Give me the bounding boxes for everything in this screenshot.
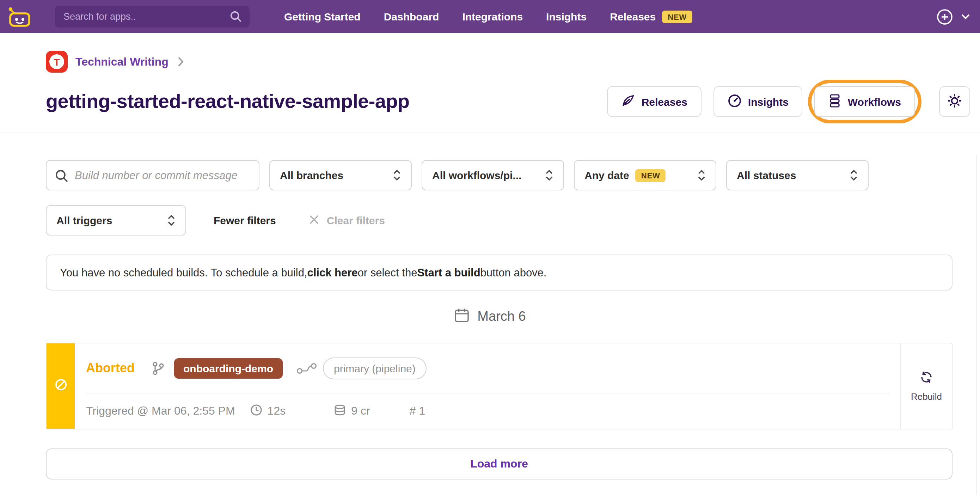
bitrise-logo[interactable] bbox=[6, 5, 33, 29]
releases-button-label: Releases bbox=[641, 95, 687, 108]
notice-text: or select the bbox=[358, 266, 417, 279]
notice-start-build-ref: Start a build bbox=[417, 266, 480, 279]
updown-chevrons-icon bbox=[393, 169, 401, 182]
rebuild-icon bbox=[920, 371, 933, 386]
updown-chevrons-icon bbox=[697, 169, 706, 182]
build-row[interactable]: Aborted onboarding-demo bbox=[46, 343, 953, 430]
date-separator-label: March 6 bbox=[477, 309, 526, 325]
nav-getting-started[interactable]: Getting Started bbox=[284, 11, 361, 22]
workspace-initial: T bbox=[49, 54, 64, 69]
close-icon bbox=[309, 214, 320, 227]
build-meta-row: Triggered @ Mar 06, 2:55 PM 12s bbox=[86, 393, 900, 429]
gauge-icon bbox=[728, 94, 742, 110]
notice-text: You have no scheduled builds. To schedul… bbox=[60, 266, 307, 279]
pipeline-icon bbox=[296, 362, 317, 374]
quill-icon bbox=[621, 94, 635, 110]
fewer-filters-button[interactable]: Fewer filters bbox=[214, 214, 276, 226]
breadcrumb-workspace-link[interactable]: Technical Writing bbox=[75, 55, 169, 68]
build-search bbox=[46, 160, 259, 190]
aborted-icon bbox=[54, 378, 67, 394]
scheduled-builds-notice: You have no scheduled builds. To schedul… bbox=[46, 255, 953, 291]
branches-filter-label: All branches bbox=[280, 169, 344, 181]
notice-text: button above. bbox=[480, 266, 547, 279]
notice-click-here-link[interactable]: click here bbox=[307, 266, 358, 279]
app-header: T Technical Writing getting-started-reac… bbox=[0, 33, 980, 123]
scrollbar-track[interactable] bbox=[977, 155, 977, 495]
triggers-filter-label: All triggers bbox=[56, 214, 112, 226]
date-filter-dropdown[interactable]: Any date NEW bbox=[574, 160, 716, 190]
build-status-label: Aborted bbox=[86, 361, 135, 376]
rebuild-button[interactable]: Rebuild bbox=[900, 344, 952, 429]
apps-search bbox=[55, 6, 250, 27]
header-actions: Releases Insights bbox=[607, 80, 970, 123]
branch-badge[interactable]: onboarding-demo bbox=[174, 358, 282, 378]
nav-releases[interactable]: Releases NEW bbox=[610, 10, 692, 23]
breadcrumb: T Technical Writing bbox=[46, 51, 970, 73]
build-status-strip bbox=[46, 344, 75, 429]
build-duration: 12s bbox=[251, 404, 286, 419]
build-duration-label: 12s bbox=[267, 405, 286, 417]
bitrise-build-list-page: Getting Started Dashboard Integrations I… bbox=[0, 0, 980, 495]
add-app-button[interactable] bbox=[936, 8, 953, 25]
filters-row-1: All branches All workflows/pi... Any dat… bbox=[46, 160, 953, 190]
primary-nav: Getting Started Dashboard Integrations I… bbox=[284, 10, 692, 23]
build-search-input[interactable] bbox=[46, 160, 259, 190]
releases-button[interactable]: Releases bbox=[607, 86, 702, 117]
workflow-stack-icon bbox=[829, 94, 842, 110]
apps-search-input[interactable] bbox=[55, 6, 250, 27]
robot-logo-icon bbox=[7, 6, 32, 27]
pipeline-badge[interactable]: primary (pipeline) bbox=[323, 357, 427, 379]
insights-button[interactable]: Insights bbox=[713, 86, 803, 117]
gear-icon bbox=[947, 93, 963, 110]
app-settings-button[interactable] bbox=[939, 86, 970, 117]
top-navbar: Getting Started Dashboard Integrations I… bbox=[0, 0, 980, 33]
load-more-button[interactable]: Load more bbox=[46, 449, 953, 479]
title-row: getting-started-react-native-sample-app … bbox=[46, 80, 970, 123]
build-credits-label: 9 cr bbox=[351, 405, 370, 417]
triggers-filter-dropdown[interactable]: All triggers bbox=[46, 205, 186, 236]
workflows-filter-dropdown[interactable]: All workflows/pi... bbox=[422, 160, 564, 190]
branches-filter-dropdown[interactable]: All branches bbox=[269, 160, 412, 190]
build-credits: 9 cr bbox=[334, 404, 370, 419]
page-title: getting-started-react-native-sample-app bbox=[46, 90, 409, 113]
build-filters: All branches All workflows/pi... Any dat… bbox=[0, 160, 980, 236]
date-filter-label: Any date bbox=[584, 169, 629, 181]
workspace-avatar[interactable]: T bbox=[46, 51, 68, 73]
nav-insights[interactable]: Insights bbox=[546, 11, 587, 22]
statuses-filter-label: All statuses bbox=[737, 169, 796, 181]
statuses-filter-dropdown[interactable]: All statuses bbox=[726, 160, 869, 190]
build-triggered-label: Triggered @ Mar 06, 2:55 PM bbox=[86, 405, 235, 417]
new-badge: NEW bbox=[662, 10, 692, 23]
plus-circle-icon bbox=[936, 8, 953, 25]
chevron-right-icon bbox=[178, 56, 184, 67]
git-branch-icon bbox=[151, 361, 164, 376]
account-menu-chevron[interactable] bbox=[961, 13, 970, 20]
date-separator: March 6 bbox=[0, 307, 980, 326]
workflows-highlight-ring: Workflows bbox=[808, 80, 921, 123]
search-icon[interactable] bbox=[230, 11, 242, 25]
new-badge: NEW bbox=[636, 169, 666, 181]
calendar-icon bbox=[454, 307, 469, 326]
nav-releases-label: Releases bbox=[610, 11, 656, 22]
search-icon bbox=[55, 169, 68, 185]
workflows-button[interactable]: Workflows bbox=[815, 86, 915, 117]
workflows-filter-label: All workflows/pi... bbox=[432, 169, 521, 181]
clock-icon bbox=[251, 404, 262, 419]
updown-chevrons-icon bbox=[167, 214, 175, 227]
header-divider bbox=[0, 132, 980, 133]
build-top-row: Aborted onboarding-demo bbox=[86, 344, 900, 393]
nav-dashboard[interactable]: Dashboard bbox=[384, 11, 439, 22]
credits-stack-icon bbox=[334, 404, 346, 419]
clear-filters-button[interactable]: Clear filters bbox=[309, 214, 385, 227]
navbar-right bbox=[936, 8, 970, 25]
workflows-button-label: Workflows bbox=[848, 95, 901, 108]
chevron-down-icon bbox=[961, 13, 970, 20]
nav-integrations[interactable]: Integrations bbox=[462, 11, 523, 22]
build-main: Aborted onboarding-demo bbox=[75, 344, 900, 429]
updown-chevrons-icon bbox=[545, 169, 554, 182]
updown-chevrons-icon bbox=[850, 169, 858, 182]
build-number-label: # 1 bbox=[410, 405, 425, 417]
rebuild-button-label: Rebuild bbox=[911, 391, 942, 401]
insights-button-label: Insights bbox=[748, 95, 789, 108]
clear-filters-label: Clear filters bbox=[327, 214, 385, 226]
